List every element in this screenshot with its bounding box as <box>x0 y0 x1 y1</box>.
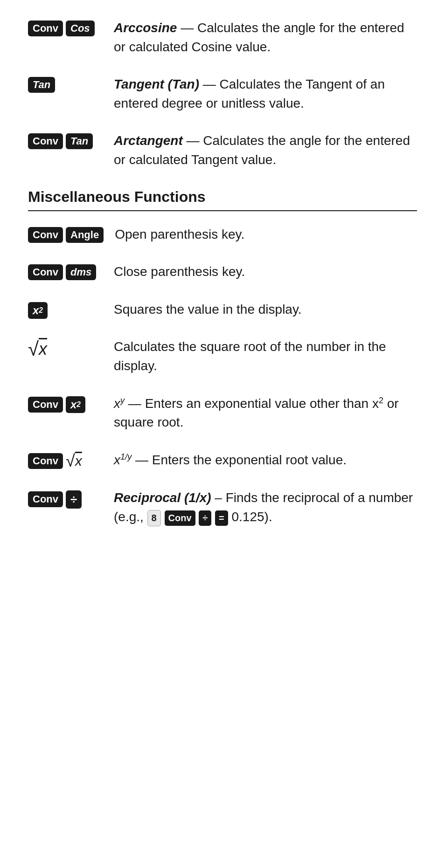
sqrt-description: Calculates the square root of the number… <box>114 338 417 375</box>
misc-functions-header: Miscellaneous Functions <box>28 188 417 206</box>
close-paren-description: Close parenthesis key. <box>114 262 417 282</box>
open-paren-keys: Conv Angle <box>28 225 104 243</box>
open-paren-description: Open parenthesis key. <box>115 225 417 244</box>
x2-badge: x2 <box>28 302 48 319</box>
sqrt-symbol-2: √x <box>66 453 82 469</box>
arccosine-entry: Conv Cos Arccosine — Calculates the angl… <box>28 19 417 56</box>
conv-badge-4: Conv <box>28 264 63 280</box>
close-paren-body: Close parenthesis key. <box>114 264 245 279</box>
arccosine-title: Arccosine <box>114 21 177 35</box>
root-entry: Conv √x x1/y — Enters the exponential ro… <box>28 451 417 470</box>
tangent-entry: Tan Tangent (Tan) — Calculates the Tange… <box>28 75 417 113</box>
exp-body: — Enters an exponential value other than… <box>114 396 399 430</box>
reciprocal-title: Reciprocal (1/x) <box>114 490 211 505</box>
div-inline: ÷ <box>199 510 211 526</box>
tan-badge-2: Tan <box>66 133 93 149</box>
angle-badge: Angle <box>66 227 104 243</box>
sqrt-symbol: √x <box>28 339 47 359</box>
square-description: Squares the value in the display. <box>114 300 417 319</box>
conv-badge-3: Conv <box>28 227 63 243</box>
arctangent-entry: Conv Tan Arctangent — Calculates the ang… <box>28 131 417 169</box>
conv-inline: Conv <box>165 510 195 526</box>
exp-xy: xy <box>114 396 125 411</box>
reciprocal-description: Reciprocal (1/x) – Finds the reciprocal … <box>114 489 417 526</box>
reciprocal-result: 0.125). <box>232 510 272 524</box>
eq-inline: = <box>215 510 228 526</box>
close-paren-entry: Conv dms Close parenthesis key. <box>28 262 417 282</box>
arccosine-keys: Conv Cos <box>28 19 103 36</box>
open-paren-body: Open parenthesis key. <box>115 227 244 241</box>
exp-entry: Conv x2 xy — Enters an exponential value… <box>28 394 417 433</box>
square-keys: x2 <box>28 300 103 319</box>
tangent-description: Tangent (Tan) — Calculates the Tangent o… <box>114 75 417 113</box>
dms-badge: dms <box>66 264 96 280</box>
conv-badge: Conv <box>28 21 63 36</box>
tan-badge: Tan <box>28 77 55 93</box>
conv-badge-2: Conv <box>28 133 63 149</box>
square-entry: x2 Squares the value in the display. <box>28 300 417 319</box>
square-body: Squares the value in the display. <box>114 302 302 317</box>
conv-badge-5: Conv <box>28 397 63 413</box>
conv-badge-6: Conv <box>28 453 63 469</box>
root-body: — Enters the exponential root value. <box>132 453 347 467</box>
sqrt-entry: √x Calculates the square root of the num… <box>28 338 417 375</box>
exp-description: xy — Enters an exponential value other t… <box>114 394 417 433</box>
arctangent-keys: Conv Tan <box>28 131 103 149</box>
close-paren-keys: Conv dms <box>28 262 103 280</box>
div-badge: ÷ <box>66 490 82 509</box>
root-description: x1/y — Enters the exponential root value… <box>114 451 417 470</box>
open-paren-entry: Conv Angle Open parenthesis key. <box>28 225 417 244</box>
arctangent-title: Arctangent <box>114 133 183 148</box>
tangent-title: Tangent (Tan) <box>114 77 199 91</box>
tangent-keys: Tan <box>28 75 103 93</box>
root-x1y: x1/y <box>114 453 132 467</box>
sqrt-keys: √x <box>28 338 103 359</box>
sqrt-body: Calculates the square root of the number… <box>114 339 386 373</box>
reciprocal-entry: Conv ÷ Reciprocal (1/x) – Finds the reci… <box>28 489 417 526</box>
exp-keys: Conv x2 <box>28 394 103 413</box>
section-divider <box>28 210 417 211</box>
conv-badge-7: Conv <box>28 491 63 507</box>
root-keys: Conv √x <box>28 451 103 469</box>
arccosine-description: Arccosine — Calculates the angle for the… <box>114 19 417 56</box>
cos-badge: Cos <box>66 21 95 36</box>
reciprocal-keys: Conv ÷ <box>28 489 103 509</box>
x2-badge-2: x2 <box>66 396 85 413</box>
arctangent-description: Arctangent — Calculates the angle for th… <box>114 131 417 169</box>
key-8: 8 <box>147 510 161 526</box>
